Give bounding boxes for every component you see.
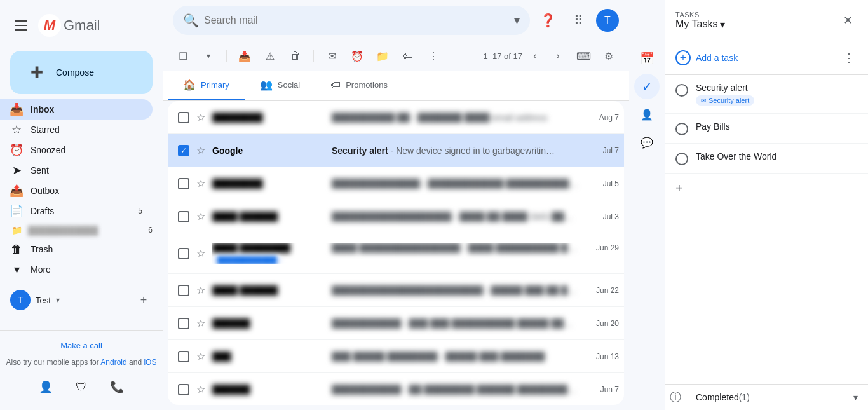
sidebar-item-snoozed[interactable]: ⏰ Snoozed [0, 140, 153, 160]
email-checkbox[interactable] [178, 351, 189, 362]
account-icon[interactable]: 👤 [33, 374, 58, 400]
keyboard-shortcut-button[interactable]: ⌨ [573, 46, 593, 66]
email-date: Jul 7 [583, 146, 619, 155]
chat-icon-btn[interactable]: 💬 [634, 130, 660, 155]
email-checkbox[interactable] [178, 178, 189, 189]
sidebar-item-more[interactable]: ▾ More [0, 259, 153, 280]
email-row[interactable]: ☆ Google Security alert - New device sig… [168, 134, 624, 167]
email-row[interactable]: ☆ ████ ██████ ███████████████████ - ████… [168, 200, 624, 233]
task-complete-button[interactable] [675, 84, 688, 97]
search-input[interactable] [204, 15, 509, 26]
tab-promotions[interactable]: 🏷 Promotions [315, 71, 403, 100]
apps-button[interactable]: ⠿ [566, 8, 591, 33]
email-row[interactable]: ☆ ███ ███ █████ ████████ - █████ ███ ███… [168, 340, 624, 373]
tab-primary[interactable]: 🏠 Primary [168, 71, 245, 100]
email-row[interactable]: ☆ ██████ ███████████ - ███ ███ █████████… [168, 307, 624, 340]
mark-as-read-button[interactable]: ✉ [322, 46, 342, 66]
label-group-blurred: ████████████ [28, 226, 143, 235]
email-checkbox[interactable] [178, 211, 189, 222]
task-email-tag[interactable]: ✉ Security alert [696, 95, 754, 106]
delete-button[interactable]: 🗑 [285, 46, 306, 66]
report-spam-button[interactable]: ⚠ [260, 46, 280, 66]
task-complete-button[interactable] [675, 123, 688, 135]
tasks-completed-section[interactable]: Completed (1) ▾ [686, 385, 868, 410]
email-subject: ███████████████████ - ████ ██ ████ SMS █… [332, 212, 578, 222]
support-icon[interactable]: 🛡 [69, 374, 94, 400]
email-checkbox[interactable] [178, 384, 189, 395]
task-complete-button[interactable] [675, 153, 688, 165]
search-chevron-icon[interactable]: ▾ [514, 13, 520, 27]
tasks-info-button[interactable]: ⓘ [665, 387, 686, 407]
email-checkbox[interactable] [178, 248, 189, 259]
my-tasks-label: My Tasks [675, 18, 717, 30]
label-button[interactable]: 🏷 [398, 46, 418, 66]
help-button[interactable]: ❓ [535, 8, 560, 33]
email-star[interactable]: ☆ [194, 350, 207, 363]
email-star[interactable]: ☆ [194, 383, 207, 396]
task-item[interactable]: Security alert ✉ Security alert [665, 75, 868, 114]
select-all-button[interactable]: ☐ [173, 46, 193, 66]
email-star[interactable]: ☆ [194, 210, 207, 223]
email-row[interactable]: ☆ ████████ ██████████ ██ - ███████ ████ … [168, 101, 624, 134]
snooze-button[interactable]: ⏰ [347, 46, 367, 66]
email-star[interactable]: ☆ [194, 111, 207, 124]
email-checkbox[interactable] [178, 112, 189, 123]
email-row[interactable]: ☆ ██████ ███████████ - ██ ████████ █████… [168, 373, 624, 405]
email-star[interactable]: ☆ [194, 177, 207, 190]
email-star[interactable]: ☆ [194, 317, 207, 330]
contacts-icon-btn[interactable]: 👤 [634, 102, 660, 127]
email-sender: ██████ [212, 385, 327, 395]
tasks-icon-btn active[interactable]: ✓ [634, 74, 660, 99]
make-a-call-link[interactable]: Make a call [0, 336, 163, 355]
user-account-row[interactable]: T Test ▾ + [0, 285, 163, 315]
tasks-dropdown-icon[interactable]: ▾ [720, 18, 725, 31]
archive-button[interactable]: 📥 [234, 46, 255, 66]
sidebar-item-sent[interactable]: ➤ Sent [0, 160, 153, 181]
sidebar-bottom: Make a call Also try our mobile apps for… [0, 330, 163, 410]
email-star[interactable]: ☆ [194, 284, 207, 297]
user-chevron[interactable]: ▾ [56, 296, 60, 304]
user-avatar-top[interactable]: T [596, 9, 619, 32]
calendar-icon-btn[interactable]: 📅 [634, 46, 660, 71]
email-row[interactable]: ☆ ████ ██████ ████████████████████████ -… [168, 274, 624, 307]
topbar: 🔍 ▾ ❓ ⠿ T [163, 0, 629, 41]
email-row[interactable]: ☆ ████████ ██████████████ - ████████████… [168, 167, 624, 200]
task-item[interactable]: Take Over the World [665, 144, 868, 174]
add-task-more-button[interactable]: ⋮ [840, 49, 858, 67]
email-date: Jun 29 [583, 243, 619, 252]
search-bar[interactable]: 🔍 ▾ [173, 6, 530, 35]
add-task-row[interactable]: + Add a task ⋮ [665, 41, 868, 75]
tab-social[interactable]: 👥 Social [245, 71, 315, 100]
tasks-name-button[interactable]: My Tasks ▾ [675, 18, 725, 31]
sidebar-item-drafts[interactable]: 📄 Drafts 5 [0, 201, 153, 221]
email-star[interactable]: ☆ [194, 247, 207, 260]
settings-button[interactable]: ⚙ [599, 46, 619, 66]
email-row[interactable]: ☆ ████ ████████ ████ ████████████████ - … [168, 233, 624, 274]
android-link[interactable]: Android [100, 358, 126, 367]
sidebar-item-starred[interactable]: ☆ Starred [0, 120, 153, 140]
task-tag-label: Security alert [709, 97, 749, 104]
sidebar-item-trash[interactable]: 🗑 Trash [0, 239, 153, 259]
move-button[interactable]: 📁 [372, 46, 393, 66]
email-date: Jun 7 [583, 385, 619, 394]
email-tag-icon: ✉ [701, 97, 706, 104]
select-dropdown-button[interactable]: ▾ [198, 46, 219, 66]
compose-button[interactable]: ✚ Compose [10, 51, 153, 94]
add-subtask-button[interactable]: + [665, 174, 868, 203]
pagination-next-button[interactable]: › [548, 46, 568, 66]
hamburger-menu[interactable] [10, 15, 32, 36]
phone-icon[interactable]: 📞 [104, 374, 130, 400]
task-item[interactable]: Pay Bills [665, 114, 868, 144]
email-star[interactable]: ☆ [194, 144, 207, 157]
more-options-button[interactable]: ⋮ [423, 46, 444, 66]
email-checkbox[interactable] [178, 285, 189, 296]
sidebar-item-outbox[interactable]: 📤 Outbox [0, 181, 153, 201]
add-account-button[interactable]: + [135, 291, 153, 309]
pagination-prev-button[interactable]: ‹ [525, 46, 545, 66]
ios-link[interactable]: iOS [144, 358, 156, 367]
tasks-close-button[interactable]: ✕ [837, 10, 858, 31]
email-checkbox[interactable] [178, 145, 189, 156]
add-task-plus-icon: + [675, 50, 691, 65]
sidebar-item-inbox[interactable]: 📥 Inbox [0, 99, 153, 120]
email-checkbox[interactable] [178, 318, 189, 329]
